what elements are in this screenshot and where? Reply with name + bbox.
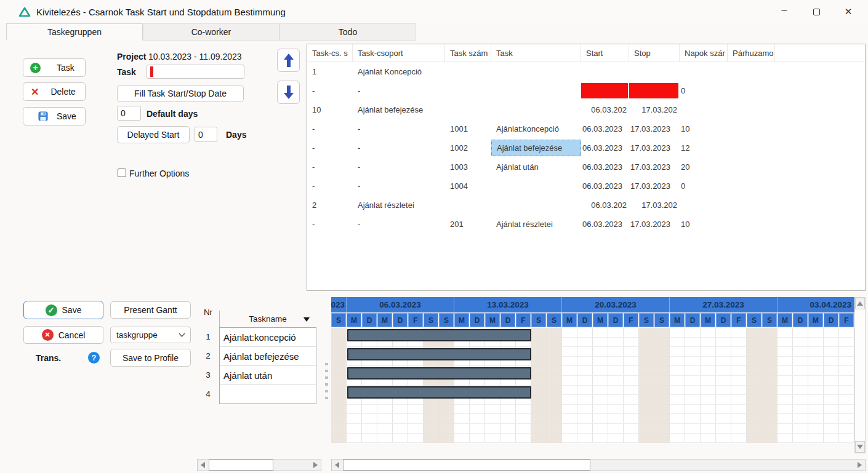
table-cell[interactable]: Ajánlat befejezése [491,140,581,156]
present-gantt-button[interactable]: Present Gantt [110,301,191,319]
column-header[interactable]: Task szám [445,44,491,62]
table-cell[interactable]: - [353,157,445,177]
table-cell[interactable]: - [307,157,353,177]
taskgruppe-dropdown[interactable]: taskgruppe [110,327,191,343]
table-cell[interactable]: 17.03.2023 [629,157,680,177]
table-cell[interactable]: 0 [680,177,728,196]
table-cell[interactable]: 10 [680,215,728,234]
table-row[interactable]: 10Ajánlat befejezése06.03.20217.03.202 [307,100,865,119]
help-icon[interactable]: ? [88,352,100,364]
column-header[interactable]: Task-csoport [353,44,445,62]
table-cell[interactable] [491,81,581,100]
table-cell[interactable]: - [307,177,353,196]
table-row[interactable]: --1001Ajánlat:koncepció06.03.202317.03.2… [307,119,865,138]
table-cell[interactable]: Ajánlat részletei [353,196,445,215]
table-cell[interactable] [728,62,775,81]
table-cell[interactable]: 1004 [445,177,491,196]
table-cell[interactable] [680,62,728,81]
table-cell[interactable] [629,62,680,81]
column-header[interactable]: Napok szár [680,44,728,62]
table-cell[interactable]: 06.03.202 [581,196,629,215]
table-cell[interactable]: 06.03.2023 [581,157,629,177]
table-cell[interactable] [728,157,775,177]
cancel-button[interactable]: ✕ Cancel [23,326,103,344]
table-cell[interactable]: - [353,81,445,100]
table-cell[interactable]: 20 [680,157,728,177]
table-cell[interactable]: 06.03.2023 [581,138,629,157]
table-cell[interactable]: 10 [680,119,728,138]
table-cell[interactable]: - [353,119,445,138]
delete-task-button[interactable]: ✕ Delete [23,82,86,101]
table-cell[interactable] [728,215,775,234]
tab-co-worker[interactable]: Co-worker [143,23,279,41]
table-cell[interactable] [445,196,491,215]
tab-todo[interactable]: Todo [279,23,416,41]
table-cell[interactable]: 17.03.2023 [629,177,680,196]
table-cell[interactable] [491,177,581,196]
scroll-right-button[interactable] [854,459,865,471]
table-cell[interactable] [491,100,581,119]
column-header[interactable]: Stop [629,44,680,62]
table-cell[interactable] [629,81,680,100]
gantt-bar[interactable] [347,329,531,341]
tab-taskegruppen[interactable]: Taskegruppen [6,23,143,41]
table-cell[interactable] [581,81,629,100]
tasklist-horizontal-scrollbar[interactable] [197,459,321,471]
table-cell[interactable]: 17.03.202 [629,196,680,215]
fill-dates-button[interactable]: Fill Task Start/Stop Date [117,85,244,102]
table-cell[interactable]: 2 [307,196,353,215]
table-cell[interactable] [491,62,581,81]
table-cell[interactable]: 1003 [445,157,491,177]
table-cell[interactable] [728,119,775,138]
move-up-button[interactable] [277,49,300,72]
taskname-column-header[interactable]: Taskname [220,311,316,327]
scroll-left-button[interactable] [332,459,342,471]
gantt-bar[interactable] [347,386,531,399]
table-cell[interactable]: 12 [680,138,728,157]
table-cell[interactable]: Ajánlat befejezése [353,100,445,119]
table-cell[interactable]: Ajánlat Koncepció [353,62,445,81]
save-confirm-button[interactable]: ✓ Save [23,301,103,319]
scrollbar-thumb[interactable] [343,459,590,471]
table-cell[interactable] [680,196,728,215]
column-header[interactable]: Task [491,44,581,62]
table-cell[interactable]: 06.03.2023 [581,119,629,138]
table-cell[interactable]: 06.03.2023 [581,215,629,234]
table-row[interactable]: --1002Ajánlat befejezése06.03.202317.03.… [307,138,865,157]
splitter-handle[interactable] [325,363,328,399]
table-cell[interactable]: 06.03.2023 [581,177,629,196]
gantt-bar[interactable] [347,367,531,380]
column-header[interactable]: Párhuzamo [728,44,775,62]
table-cell[interactable]: - [353,138,445,157]
table-cell[interactable]: - [307,119,353,138]
table-cell[interactable]: Ajánlat után [491,157,581,177]
table-cell[interactable]: 17.03.2023 [629,119,680,138]
table-row[interactable]: --201Ajánlat részletei06.03.202317.03.20… [307,215,865,234]
table-row[interactable]: --100406.03.202317.03.20230 [307,177,865,196]
column-header[interactable]: Start [581,44,629,62]
table-row[interactable]: 1Ajánlat Koncepció [307,62,865,81]
table-cell[interactable]: 1 [307,62,353,81]
table-cell[interactable] [445,81,491,100]
delayed-days-input[interactable] [195,127,217,142]
table-cell[interactable] [728,138,775,157]
maximize-button[interactable] [800,0,832,23]
save-to-profile-button[interactable]: Save to Profile [110,349,191,367]
table-cell[interactable]: 1001 [445,119,491,138]
table-cell[interactable] [581,62,629,81]
table-cell[interactable] [491,196,581,215]
save-task-button[interactable]: Save [23,107,86,125]
table-cell[interactable]: 17.03.202 [629,100,680,119]
table-cell[interactable] [445,100,491,119]
table-cell[interactable]: - [307,81,353,100]
table-cell[interactable]: 0 [680,81,728,100]
gantt-vertical-scrollbar[interactable] [854,297,866,453]
table-row[interactable]: 2Ajánlat részletei06.03.20217.03.202 [307,196,865,215]
move-down-button[interactable] [277,81,300,104]
tasklist-row[interactable] [220,385,316,404]
table-cell[interactable] [445,62,491,81]
table-cell[interactable]: 17.03.2023 [629,215,680,234]
further-options-checkbox[interactable] [118,169,126,177]
tasklist-row[interactable]: Ajánlat befejezése [220,347,316,366]
table-cell[interactable]: 1002 [445,138,491,157]
